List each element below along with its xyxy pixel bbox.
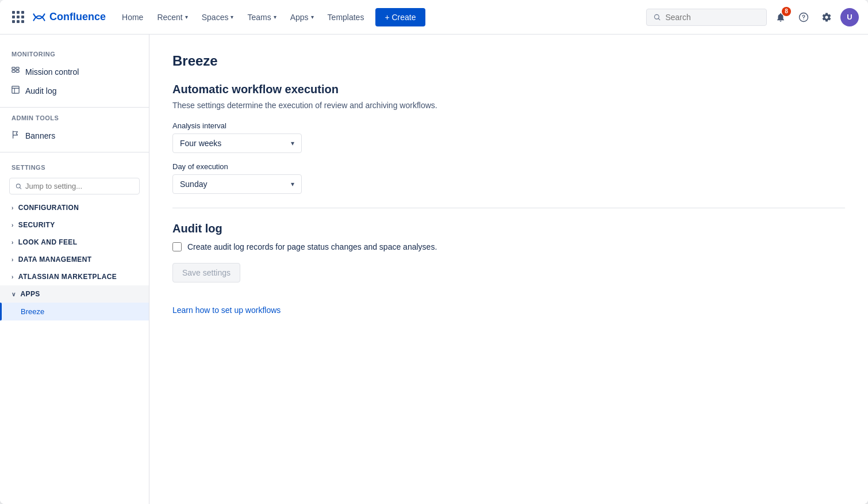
sidebar-item-audit-log[interactable]: Audit log	[0, 81, 149, 100]
nav-recent[interactable]: Recent ▾	[150, 0, 194, 35]
chevron-down-icon: ▾	[291, 139, 294, 147]
help-icon	[798, 12, 809, 22]
settings-button[interactable]	[817, 8, 836, 26]
logo-text: Confluence	[49, 11, 106, 23]
grid-icon	[11, 67, 20, 77]
settings-section-label: SETTINGS	[0, 159, 149, 173]
chevron-right-icon: ›	[11, 205, 14, 211]
chevron-down-icon: ▾	[231, 14, 233, 20]
settings-nav-apps[interactable]: ∨ APPS	[0, 285, 149, 303]
avatar[interactable]: U	[840, 8, 859, 26]
svg-point-2	[803, 19, 804, 20]
create-button[interactable]: + Create	[375, 8, 425, 26]
main-content: Breeze Automatic workflow execution Thes…	[149, 35, 868, 504]
help-button[interactable]	[794, 8, 813, 26]
notification-badge: 8	[782, 7, 791, 16]
grid-icon[interactable]	[9, 8, 28, 26]
auto-workflow-title: Automatic workflow execution	[172, 83, 845, 96]
settings-nav-look-and-feel[interactable]: › LOOK AND FEEL	[0, 234, 149, 251]
admin-tools-section-label: ADMIN TOOLS	[0, 114, 149, 126]
audit-log-section: Audit log Create audit log records for p…	[172, 222, 845, 299]
page-title: Breeze	[172, 53, 845, 69]
sidebar: MONITORING Mission control Audit log ADM…	[0, 35, 149, 504]
chevron-down-icon: ∨	[11, 291, 16, 297]
settings-nav-data-management[interactable]: › DATA MANAGEMENT	[0, 251, 149, 268]
day-of-execution-label: Day of execution	[172, 162, 845, 171]
table-icon	[11, 86, 20, 96]
svg-rect-5	[12, 70, 15, 72]
settings-search-input[interactable]	[25, 182, 133, 190]
audit-log-checkbox-row: Create audit log records for page status…	[172, 242, 845, 251]
gear-icon	[821, 12, 832, 22]
svg-rect-6	[16, 70, 19, 72]
auto-workflow-desc: These settings determine the execution o…	[172, 101, 845, 110]
auto-workflow-section: Automatic workflow execution These setti…	[172, 83, 845, 194]
chevron-down-icon: ▾	[311, 14, 314, 20]
settings-nav-configuration[interactable]: › CONFIGURATION	[0, 199, 149, 216]
analysis-interval-select[interactable]: Four weeks ▾	[172, 133, 302, 153]
search-input[interactable]	[665, 13, 759, 22]
topnav: Confluence Home Recent ▾ Spaces ▾ Teams …	[0, 0, 868, 35]
sidebar-item-banners[interactable]: Banners	[0, 126, 149, 145]
settings-search-box[interactable]	[9, 178, 140, 194]
chevron-right-icon: ›	[11, 257, 14, 263]
analysis-interval-group: Analysis interval Four weeks ▾	[172, 121, 845, 153]
svg-rect-7	[12, 86, 19, 93]
nav-apps[interactable]: Apps ▾	[283, 0, 321, 35]
chevron-right-icon: ›	[11, 274, 14, 280]
monitoring-section-label: MONITORING	[0, 51, 149, 62]
nav-home[interactable]: Home	[115, 0, 150, 35]
section-divider	[172, 208, 845, 208]
svg-rect-3	[12, 67, 15, 70]
search-box[interactable]	[646, 9, 767, 26]
analysis-interval-label: Analysis interval	[172, 121, 845, 130]
day-of-execution-group: Day of execution Sunday ▾	[172, 162, 845, 194]
svg-rect-4	[16, 67, 19, 70]
save-settings-button[interactable]: Save settings	[172, 263, 240, 282]
audit-log-checkbox[interactable]	[172, 242, 182, 251]
chevron-down-icon: ▾	[291, 180, 294, 188]
flag-icon	[11, 131, 20, 140]
nav-templates[interactable]: Templates	[321, 0, 371, 35]
audit-log-title: Audit log	[172, 222, 845, 235]
day-of-execution-select[interactable]: Sunday ▾	[172, 174, 302, 194]
chevron-right-icon: ›	[11, 239, 14, 246]
sidebar-item-mission-control[interactable]: Mission control	[0, 62, 149, 81]
search-icon	[16, 183, 22, 190]
sidebar-sub-item-breeze[interactable]: Breeze	[0, 303, 149, 320]
logo[interactable]: Confluence	[32, 10, 106, 24]
settings-nav-atlassian-marketplace[interactable]: › ATLASSIAN MARKETPLACE	[0, 268, 149, 285]
chevron-down-icon: ▾	[185, 14, 188, 20]
audit-log-checkbox-label: Create audit log records for page status…	[187, 242, 437, 251]
learn-link[interactable]: Learn how to set up workflows	[172, 306, 281, 315]
notifications-button[interactable]: 8	[771, 8, 790, 26]
nav-spaces[interactable]: Spaces ▾	[195, 0, 241, 35]
nav-teams[interactable]: Teams ▾	[240, 0, 283, 35]
settings-nav-security[interactable]: › SECURITY	[0, 216, 149, 234]
chevron-down-icon: ▾	[274, 14, 276, 20]
chevron-right-icon: ›	[11, 222, 14, 228]
search-icon	[654, 13, 660, 21]
